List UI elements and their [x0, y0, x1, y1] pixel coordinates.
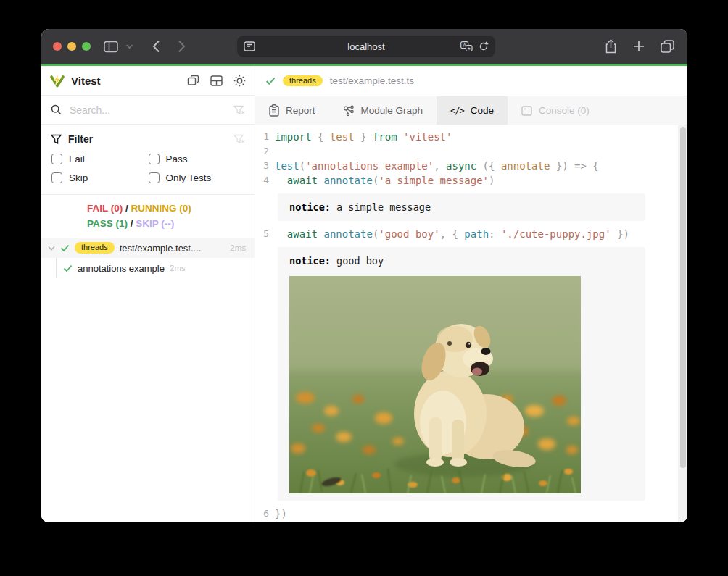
- tab-report[interactable]: Report: [255, 96, 329, 125]
- search-input[interactable]: Search...: [70, 104, 226, 116]
- vitest-logo-icon: [50, 74, 65, 88]
- checkbox-fail[interactable]: Fail: [51, 154, 149, 164]
- checkbox-skip[interactable]: Skip: [51, 172, 149, 183]
- check-icon: [265, 77, 276, 85]
- checkbox-only-tests[interactable]: Only Tests: [149, 172, 246, 183]
- close-window-button[interactable]: [53, 42, 62, 51]
- sidebar: Vitest Search...: [41, 66, 255, 522]
- line-number: 7: [255, 521, 275, 522]
- sidebar-header: Vitest: [41, 66, 255, 96]
- back-button[interactable]: [152, 40, 160, 53]
- notice-label: notice:: [289, 201, 331, 213]
- chevron-down-icon[interactable]: [48, 246, 55, 251]
- status-separator: /: [131, 218, 133, 229]
- code-icon: </>: [450, 106, 464, 116]
- clear-filter-icon[interactable]: [233, 105, 245, 115]
- checkbox-box[interactable]: [149, 154, 160, 164]
- filter-section: Filter Fail Pass Skip Only Tests: [41, 125, 255, 195]
- share-icon[interactable]: [605, 39, 617, 54]
- console-icon: [521, 106, 532, 116]
- browser-window: localhost A★: [41, 29, 687, 522]
- clipboard-icon: [269, 104, 279, 117]
- forward-button[interactable]: [178, 40, 186, 53]
- funnel-icon: [51, 134, 62, 144]
- browser-titlebar: localhost A★: [41, 29, 687, 64]
- chevron-down-icon[interactable]: [125, 43, 133, 49]
- app-title: Vitest: [71, 75, 181, 87]
- test-status-summary: FAIL (0) / RUNNING (0) PASS (1) / SKIP (…: [41, 195, 255, 238]
- tab-overview-icon[interactable]: [661, 40, 674, 53]
- url-text[interactable]: localhost: [237, 41, 495, 52]
- tab-bar: Report Module Graph </> Code Console: [255, 96, 687, 125]
- zoom-window-button[interactable]: [82, 42, 91, 51]
- annotation-notice: notice: a simple message: [278, 193, 645, 221]
- tab-label: Module Graph: [361, 105, 423, 116]
- cute-puppy-image: [289, 276, 581, 493]
- new-tab-icon[interactable]: [633, 41, 645, 52]
- test-file-row[interactable]: threads test/example.test.... 2ms: [41, 238, 255, 258]
- collapse-panels-icon[interactable]: [187, 75, 199, 86]
- scrollbar[interactable]: [678, 125, 687, 522]
- address-bar[interactable]: localhost A★: [237, 36, 495, 57]
- line-number: 1: [255, 130, 275, 144]
- theme-toggle-sun-icon[interactable]: [233, 75, 246, 87]
- checkbox-box[interactable]: [51, 154, 62, 164]
- tab-code[interactable]: </> Code: [437, 96, 508, 125]
- graph-icon: [343, 105, 355, 117]
- main-pane: threads test/example.test.ts Report Modu…: [255, 66, 687, 522]
- tab-console: Console (0): [508, 96, 603, 125]
- code-line: 3test('annotations example', async ({ an…: [255, 159, 687, 173]
- checkbox-label: Skip: [69, 172, 88, 183]
- scrollbar-thumb[interactable]: [680, 127, 686, 468]
- pool-badge: threads: [283, 75, 323, 87]
- checkbox-label: Only Tests: [166, 172, 212, 183]
- indent-guide: [56, 258, 57, 278]
- file-path: test/example.test.ts: [330, 75, 414, 86]
- reload-icon[interactable]: [479, 41, 489, 51]
- status-pass: PASS (1): [87, 218, 128, 229]
- status-skip: SKIP (--): [136, 218, 174, 229]
- search-icon: [51, 104, 62, 115]
- test-duration: 2ms: [230, 243, 246, 252]
- test-file-name: test/example.test....: [120, 243, 226, 254]
- code-content: 1import { test } from 'vitest'23test('an…: [255, 130, 687, 522]
- code-line: 1import { test } from 'vitest': [255, 130, 687, 144]
- checkbox-box[interactable]: [51, 172, 62, 183]
- checkbox-label: Fail: [69, 154, 85, 164]
- tab-module-graph[interactable]: Module Graph: [329, 96, 437, 125]
- translate-icon[interactable]: A★: [460, 41, 473, 51]
- clear-filter-icon[interactable]: [233, 134, 245, 144]
- line-number: 5: [255, 227, 275, 241]
- status-running: RUNNING (0): [131, 203, 191, 214]
- tab-label: Console (0): [539, 105, 590, 116]
- pool-badge: threads: [75, 242, 115, 254]
- traffic-lights: [53, 42, 91, 51]
- line-number: 4: [255, 173, 275, 188]
- checkbox-box[interactable]: [149, 172, 160, 183]
- file-header: threads test/example.test.ts: [255, 66, 687, 96]
- test-case-row[interactable]: annotations example 2ms: [41, 258, 255, 278]
- code-line: 5 await annotate('good boy', { path: './…: [255, 227, 687, 241]
- line-number: 6: [255, 506, 275, 521]
- line-number: 3: [255, 159, 275, 173]
- tab-label: Code: [471, 105, 494, 116]
- checkbox-pass[interactable]: Pass: [149, 154, 246, 164]
- notice-label: notice:: [289, 255, 331, 267]
- check-icon: [60, 244, 70, 252]
- test-duration: 2ms: [170, 264, 186, 272]
- minimize-window-button[interactable]: [67, 42, 76, 51]
- svg-text:★: ★: [467, 46, 471, 51]
- checkbox-label: Pass: [166, 154, 188, 164]
- filter-title: Filter: [68, 133, 227, 145]
- dashboard-layout-icon[interactable]: [210, 75, 223, 86]
- search-bar[interactable]: Search...: [41, 96, 255, 125]
- tab-label: Report: [286, 105, 315, 116]
- line-number: 2: [255, 144, 275, 159]
- status-fail: FAIL (0): [87, 203, 123, 214]
- code-editor: 1import { test } from 'vitest'23test('an…: [255, 125, 687, 522]
- annotation-notice: notice: good boy: [278, 247, 645, 501]
- sidebar-toggle-icon[interactable]: [104, 41, 118, 53]
- code-line: 6}): [255, 506, 687, 521]
- code-line: 4 await annotate('a simple message'): [255, 173, 687, 188]
- check-icon: [63, 264, 73, 272]
